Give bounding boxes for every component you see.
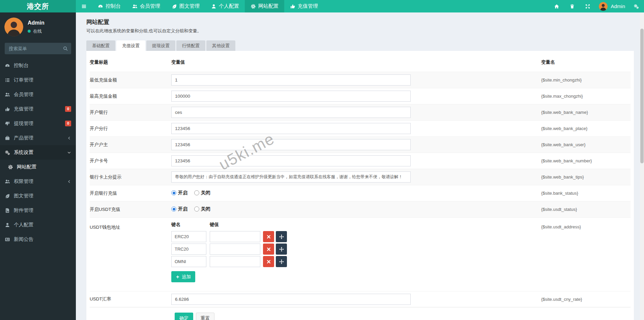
scrollbar-thumb[interactable] — [640, 29, 644, 163]
bank-tips-input[interactable] — [171, 171, 411, 183]
radio-unselected-icon — [194, 190, 199, 195]
nav-item-label: 控制台 — [106, 3, 121, 9]
nav-item-dashboard[interactable]: 控制台 — [92, 0, 126, 12]
sidebar-item-news[interactable]: 新闻公告 — [0, 232, 76, 247]
home-button[interactable] — [549, 4, 564, 9]
move-icon — [279, 247, 284, 252]
bank-holder-input[interactable] — [171, 139, 411, 150]
sidebar-item-profile[interactable]: 个人配置 — [0, 218, 76, 232]
field-label: USDT钱包地址 — [90, 222, 171, 230]
brand-logo[interactable]: 港交所 — [0, 0, 76, 12]
gears-icon — [5, 150, 10, 155]
move-key-button[interactable] — [276, 256, 287, 267]
delete-key-button[interactable] — [263, 244, 274, 255]
sidebar-item-system-settings[interactable]: 系统设置 — [0, 145, 76, 160]
user-menu[interactable]: Admin — [595, 2, 628, 11]
search-input[interactable] — [5, 43, 71, 54]
sidebar-toggle-button[interactable] — [76, 0, 92, 12]
kv-key-input[interactable] — [171, 256, 206, 267]
nav-item-recharge[interactable]: 充值管理 — [284, 0, 324, 12]
variable-name: {$site.usdt_status} — [541, 207, 631, 212]
kv-value-input[interactable] — [210, 231, 260, 242]
sidebar-item-recharge[interactable]: 充值管理 0 — [0, 102, 76, 116]
nav-item-profile[interactable]: 个人配置 — [205, 0, 245, 12]
leaf-icon — [172, 4, 177, 9]
gear-icon — [251, 4, 256, 9]
sidebar-item-permissions[interactable]: 权限管理 — [0, 174, 76, 189]
kv-value-input[interactable] — [210, 244, 260, 255]
delete-key-button[interactable] — [263, 231, 274, 242]
form-row-bank-name: 开户银行 {$site.web_bank_name} — [90, 104, 631, 120]
kv-key-input[interactable] — [171, 231, 206, 242]
nav-item-site-config[interactable]: 网站配置 — [245, 0, 284, 12]
sidebar-item-content[interactable]: 图文管理 — [0, 189, 76, 203]
sidebar-item-orders[interactable]: 订单管理 — [0, 73, 76, 87]
kv-header: 键名 键值 — [171, 222, 541, 228]
expand-icon — [585, 4, 590, 9]
radio-label: 关闭 — [201, 190, 210, 196]
nav-item-label: 图文管理 — [179, 3, 200, 9]
clear-cache-button[interactable] — [564, 4, 580, 9]
delete-key-button[interactable] — [263, 256, 274, 267]
user-icon — [5, 222, 10, 228]
sidebar-item-label: 网站配置 — [17, 164, 36, 170]
online-status-dot — [28, 30, 31, 33]
list-icon — [5, 77, 10, 83]
tab-recharge-settings[interactable]: 充值设置 — [116, 40, 145, 51]
field-label: 最低充值金额 — [90, 77, 171, 83]
recharge-badge: 0 — [65, 106, 71, 112]
append-button-label: 追加 — [182, 274, 191, 280]
bank-status-on-radio[interactable]: 开启 — [171, 190, 187, 196]
nav-item-label: 个人配置 — [219, 3, 239, 9]
tab-other-settings[interactable]: 其他设置 — [206, 40, 235, 51]
sidebar-item-products[interactable]: 产品管理 — [0, 131, 76, 145]
sidebar-item-dashboard[interactable]: 控制台 — [0, 58, 76, 73]
kv-key-input[interactable] — [171, 244, 206, 255]
sidebar-item-attachments[interactable]: 附件管理 — [0, 203, 76, 218]
move-key-button[interactable] — [276, 244, 287, 255]
usdt-rate-input[interactable] — [171, 294, 411, 305]
bank-name-input[interactable] — [171, 107, 411, 118]
append-key-button[interactable]: 追加 — [171, 271, 195, 282]
thumbs-up-icon — [290, 4, 295, 9]
field-label: 开户银行 — [90, 109, 171, 116]
max-recharge-input[interactable] — [171, 91, 411, 102]
move-key-button[interactable] — [276, 231, 287, 242]
sidebar-item-label: 产品管理 — [14, 135, 33, 141]
nav-item-label: 充值管理 — [298, 3, 318, 9]
form-row-min-recharge: 最低充值金额 {$site.min_chongzhi} — [90, 72, 631, 88]
tab-withdraw-settings[interactable]: 提现设置 — [146, 40, 175, 51]
usdt-status-off-radio[interactable]: 关闭 — [194, 206, 210, 212]
kv-value-input[interactable] — [210, 256, 260, 267]
app-shell: Admin 在线 控制台 订单管理 会员管理 — [0, 12, 644, 320]
page-scrollbar[interactable] — [640, 12, 644, 320]
user-menu-label: Admin — [611, 3, 625, 9]
nav-item-members[interactable]: 会员管理 — [126, 0, 166, 12]
bank-branch-input[interactable] — [171, 123, 411, 134]
tab-basic-config[interactable]: 基础配置 — [86, 40, 115, 51]
sidebar-item-withdraw[interactable]: 提现管理 0 — [0, 116, 76, 131]
nav-item-content[interactable]: 图文管理 — [166, 0, 205, 12]
sidebar-item-site-config[interactable]: 网站配置 — [0, 160, 76, 174]
config-panel: 变量标题 变量值 变量名 最低充值金额 {$site.min_chongzhi}… — [86, 51, 634, 320]
hamburger-icon — [81, 4, 87, 9]
form-row-usdt-rate: USDT汇率 {$site.usdt_cny_rate} — [90, 291, 631, 307]
chevron-left-icon — [67, 180, 71, 184]
sidebar-item-members[interactable]: 会员管理 — [0, 87, 76, 102]
fullscreen-button[interactable] — [580, 4, 595, 9]
reset-button[interactable]: 重置 — [196, 313, 214, 320]
min-recharge-input[interactable] — [171, 74, 411, 86]
tachometer-icon — [98, 4, 103, 9]
settings-button[interactable] — [628, 4, 644, 9]
home-icon — [554, 4, 559, 9]
search-icon[interactable] — [63, 46, 68, 51]
submit-button[interactable]: 确定 — [175, 313, 193, 320]
bank-card-number-input[interactable] — [171, 155, 411, 166]
bank-status-off-radio[interactable]: 关闭 — [194, 190, 210, 196]
tab-market-config[interactable]: 行情配置 — [176, 40, 205, 51]
radio-label: 开启 — [178, 190, 187, 196]
kv-row-omni — [171, 256, 541, 267]
variable-name: {$site.web_bank_name} — [541, 110, 631, 115]
usdt-status-on-radio[interactable]: 开启 — [171, 206, 187, 212]
radio-label: 关闭 — [201, 206, 210, 212]
